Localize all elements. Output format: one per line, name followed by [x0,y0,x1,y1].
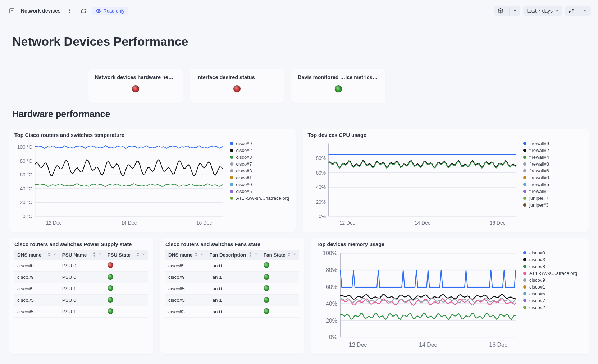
chevron-down-icon[interactable] [53,252,56,256]
legend-item[interactable]: cisco#0 [523,250,584,255]
legend-item[interactable]: firewall#0 [523,175,584,180]
state-orb [264,285,269,291]
legend-item[interactable]: firewall#1 [523,189,584,194]
table-header[interactable]: Fan Description [206,250,261,260]
sort-icon[interactable] [249,252,252,257]
legend-item[interactable]: firewall#2 [523,148,584,153]
table-row[interactable]: cisco#9PSU 0 [14,271,148,283]
table-row[interactable]: cisco#3PSU 0 [14,317,148,318]
legend-dot [230,183,233,186]
table-row[interactable]: cisco#3Fan 0 [165,306,299,317]
legend-item[interactable]: cisco#1 [230,175,291,180]
svg-text:40%: 40% [326,300,337,307]
chevron-down-icon[interactable] [142,252,145,256]
legend-item[interactable]: cisco#9 [523,277,584,283]
legend-label: cisco#0 [236,182,252,187]
table-row[interactable]: cisco#5Fan 1 [165,294,299,306]
table-row[interactable]: cisco#9PSU 1 [14,283,148,294]
svg-text:80 °C: 80 °C [20,158,32,164]
status-card[interactable]: Davis monitored …ice metrics Health [291,69,385,103]
refresh-menu-button[interactable] [580,7,591,15]
table-row[interactable]: cisco#3Fan 1 [165,317,299,318]
table-row[interactable]: cisco#5PSU 0 [14,294,148,306]
legend-item[interactable]: juniper#3 [523,202,584,208]
table-header[interactable]: DNS name [14,250,59,260]
svg-point-2 [69,10,70,11]
chevron-down-icon[interactable] [293,252,296,256]
legend-item[interactable]: cisco#8 [523,264,584,269]
legend-item[interactable]: firewall#5 [523,182,584,187]
table-header[interactable]: DNS name [165,250,206,260]
chevron-down-icon [555,9,558,13]
svg-text:0%: 0% [329,334,337,340]
chevron-down-icon[interactable] [254,252,258,256]
legend-item[interactable]: cisco#0 [230,182,291,187]
chevron-down-icon[interactable] [98,252,102,256]
legend-item[interactable]: firewall#3 [523,161,584,167]
more-menu-icon[interactable] [65,6,74,15]
time-range-selector[interactable]: Last 7 days [523,6,562,16]
legend-item[interactable]: cisco#2 [230,148,291,153]
chart-temp[interactable]: 0 °C20 °C40 °C60 °C80 °C100 °C12 Dec14 D… [14,141,226,226]
chart-mem[interactable]: 0%20%40%60%80%100%12 Dec14 Dec16 Dec [316,250,519,349]
legend-item[interactable]: cisco#5 [230,189,291,194]
table-header[interactable]: Fan State [261,250,299,260]
legend-dot [230,197,233,200]
chevron-down-icon [584,9,587,13]
legend-item[interactable]: cisco#9 [230,141,291,146]
table-header[interactable]: PSU State [105,250,148,260]
table-row[interactable]: cisco#9Fan 0 [165,260,299,271]
chevron-down-icon[interactable] [200,252,204,256]
sort-icon[interactable] [136,252,140,257]
legend-item[interactable]: cisco#8 [230,155,291,160]
sort-icon[interactable] [195,252,198,257]
legend-item[interactable]: firewall#9 [523,141,584,146]
table-row[interactable]: cisco#0PSU 0 [14,260,148,271]
table-row[interactable]: cisco#9Fan 1 [165,271,299,283]
legend-item[interactable]: cisco#2 [523,305,584,310]
cube-icon [494,6,507,16]
status-orb [335,85,342,92]
view-mode-selector[interactable] [494,6,520,16]
sort-icon[interactable] [287,252,291,257]
legend-item[interactable]: AT1i-SW-sn…natrace.org [230,195,291,201]
legend-item[interactable]: cisco#1 [523,284,584,290]
legend-item[interactable]: cisco#5 [523,291,584,296]
legend-item[interactable]: juniper#7 [523,195,584,201]
legend-item[interactable]: cisco#3 [523,257,584,262]
breadcrumb[interactable]: Network devices [21,8,61,14]
svg-text:16 Dec: 16 Dec [489,341,507,347]
svg-text:60%: 60% [316,170,326,176]
legend-item[interactable]: AT1i-SW-s…atrace.org [523,271,584,276]
legend-dot [523,197,526,200]
legend-item[interactable]: firewall#4 [523,155,584,160]
table-fan[interactable]: DNS nameFan DescriptionFan Statecisco#9F… [165,250,299,318]
legend-dot [230,190,233,193]
table-row[interactable]: cisco#5Fan 0 [165,283,299,294]
svg-text:16 Dec: 16 Dec [489,220,505,226]
legend-label: firewall#6 [529,168,549,174]
legend-dot [523,183,526,186]
svg-text:80%: 80% [326,267,337,273]
share-icon[interactable] [79,6,88,15]
legend-label: cisco#8 [236,155,252,160]
table-row[interactable]: cisco#5PSU 1 [14,306,148,317]
status-card[interactable]: Interface desired status [190,69,284,103]
chart-cpu[interactable]: 0%20%40%60%80%12 Dec14 Dec16 Dec [308,141,519,226]
legend-item[interactable]: cisco#7 [523,298,584,303]
legend-label: firewall#1 [529,189,549,194]
sort-icon[interactable] [93,252,96,257]
legend-item[interactable]: cisco#7 [230,161,291,167]
legend-item[interactable]: firewall#6 [523,168,584,174]
svg-text:20%: 20% [316,199,326,205]
sort-icon[interactable] [47,252,51,257]
legend-item[interactable]: cisco#3 [230,168,291,174]
status-card[interactable]: Network devices hardware health [88,69,183,103]
pin-dashboard-icon[interactable] [7,6,17,15]
legend-label: cisco#3 [236,168,252,174]
eye-icon [96,8,101,14]
table-psu[interactable]: DNS namePSU NamePSU Statecisco#0PSU 0cis… [14,250,148,318]
refresh-button[interactable] [565,6,578,16]
chevron-down-icon [509,7,520,15]
table-header[interactable]: PSU Name [59,250,105,260]
